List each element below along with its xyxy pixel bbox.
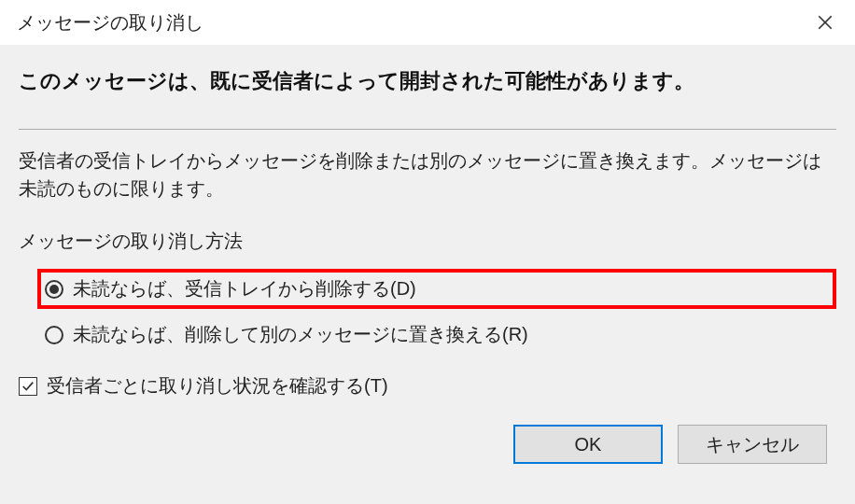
dialog-content: このメッセージは、既に受信者によって開封された可能性があります。 受信者の受信ト… [0,45,855,479]
cancel-button-label: キャンセル [706,432,799,457]
checkbox-icon [19,377,37,396]
ok-button[interactable]: OK [513,425,663,464]
dialog-title: メッセージの取り消し [17,10,203,35]
titlebar: メッセージの取り消し [0,0,855,45]
checkbox-label-confirm: 受信者ごとに取り消し状況を確認する(T) [47,373,388,399]
radio-label-delete: 未読ならば、受信トレイから削除する(D) [73,276,416,301]
radio-label-replace: 未読ならば、削除して別のメッセージに置き換える(R) [73,322,528,347]
radio-group-recall-method: 未読ならば、受信トレイから削除する(D) 未読ならば、削除して別のメッセージに置… [37,269,836,355]
warning-heading: このメッセージは、既に受信者によって開封された可能性があります。 [19,67,836,95]
ok-button-label: OK [575,434,602,455]
radio-icon [45,280,63,299]
checkbox-confirm-recall[interactable]: 受信者ごとに取り消し状況を確認する(T) [19,373,836,399]
description-text: 受信者の受信トレイからメッセージを削除または別のメッセージに置き換えます。メッセ… [19,147,836,203]
radio-option-replace[interactable]: 未読ならば、削除して別のメッセージに置き換える(R) [37,315,836,355]
cancel-button[interactable]: キャンセル [678,425,827,464]
button-row: OK キャンセル [19,425,836,464]
radio-icon [45,326,63,344]
recall-method-label: メッセージの取り消し方法 [19,229,836,254]
radio-option-delete[interactable]: 未読ならば、受信トレイから削除する(D) [37,269,836,309]
separator [19,129,836,130]
close-icon[interactable] [806,4,844,41]
